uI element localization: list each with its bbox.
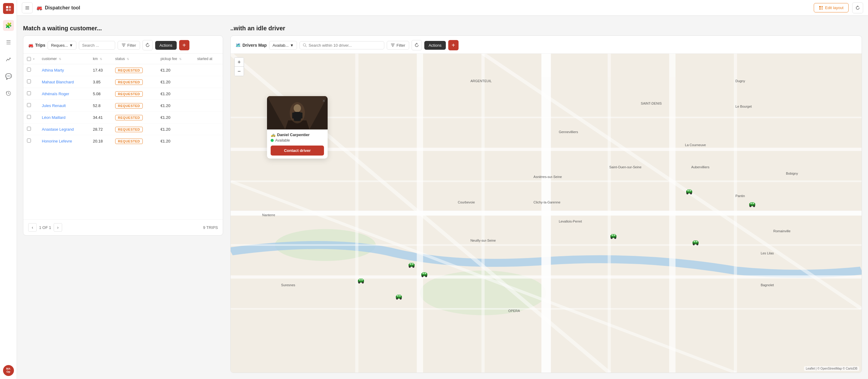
row-checkbox-cell	[23, 100, 38, 112]
svg-rect-43	[361, 279, 363, 281]
th-started-at[interactable]: started at	[194, 54, 223, 64]
row-status: REQUESTED	[112, 100, 157, 112]
map-car[interactable]	[609, 232, 618, 241]
table-row: Athina Marty 17.43 REQUESTED €1.20	[23, 64, 223, 76]
table-row: Léon Maillard 34.41 REQUESTED €1.20	[23, 112, 223, 123]
sidebar-logo[interactable]	[3, 3, 14, 14]
row-status: REQUESTED	[112, 135, 157, 147]
map-label: SAINT-DENIS	[641, 101, 661, 105]
customer-link[interactable]: Honorine Lefevre	[42, 139, 72, 143]
zoom-in-button[interactable]: +	[235, 58, 244, 67]
topbar-refresh-button[interactable]	[852, 2, 863, 13]
sidebar-item-history[interactable]	[3, 88, 14, 99]
sort-icon: ▾	[33, 57, 35, 61]
svg-rect-51	[412, 263, 413, 265]
svg-rect-1	[9, 6, 11, 8]
select-all-checkbox[interactable]	[27, 57, 31, 61]
svg-rect-59	[425, 272, 426, 274]
sidebar-item-chart[interactable]	[3, 54, 14, 65]
chevron-down-icon: ▼	[69, 43, 73, 48]
row-checkbox[interactable]	[27, 68, 31, 71]
th-customer[interactable]: customer ⇅	[38, 54, 89, 64]
topbar: 🚒 Dispatcher tool Edit layout	[17, 0, 868, 16]
sidebar-avatar[interactable]: MAOp	[3, 365, 14, 376]
map-label: Nanterre	[262, 213, 275, 217]
page-nav: ‹ 1 OF 1 ›	[28, 223, 62, 232]
trips-label: Trips	[35, 43, 45, 48]
trips-emoji: 🚒	[28, 43, 33, 48]
map-car[interactable]	[407, 261, 416, 269]
svg-point-21	[275, 229, 376, 261]
driver-popup-image	[267, 96, 328, 129]
drivers-search-input[interactable]	[309, 43, 381, 48]
row-km: 34.41	[89, 112, 112, 123]
sidebar-item-list[interactable]: ☰	[3, 37, 14, 48]
svg-rect-74	[612, 234, 613, 236]
topbar-title-text: Dispatcher tool	[45, 5, 80, 10]
customer-link[interactable]: Athina Marty	[42, 68, 64, 72]
trips-panel: 🚒 Trips Reques... ▼ Filte	[23, 35, 223, 236]
row-checkbox[interactable]	[27, 103, 31, 107]
driver-popup: ×	[267, 96, 328, 158]
customer-link[interactable]: Athénaïs Roger	[42, 92, 69, 96]
map-car[interactable]	[395, 293, 403, 301]
trips-refresh-button[interactable]	[143, 40, 153, 50]
drivers-dropdown-label: Availab...	[273, 43, 288, 48]
trips-label-group: 🚒 Trips	[28, 43, 45, 48]
customer-link[interactable]: Mahaut Blanchard	[42, 80, 74, 84]
row-customer: Honorine Lefevre	[38, 135, 89, 147]
trips-search-input[interactable]	[79, 41, 115, 50]
contact-driver-button[interactable]: Contact driver	[271, 146, 324, 155]
trips-filter-button[interactable]: Filter	[118, 41, 140, 50]
next-page-button[interactable]: ›	[54, 223, 62, 232]
svg-point-108	[294, 104, 301, 112]
map-car[interactable]	[357, 277, 365, 285]
row-checkbox[interactable]	[27, 139, 31, 143]
edit-layout-button[interactable]: Edit layout	[814, 3, 848, 12]
trips-add-button[interactable]: +	[179, 40, 189, 50]
row-pickup-fee: €1.20	[157, 64, 194, 76]
th-pickup-fee[interactable]: pickup fee ⇅	[157, 54, 194, 64]
svg-point-103	[697, 244, 698, 245]
map-car[interactable]	[691, 239, 700, 247]
map-car[interactable]	[420, 270, 429, 279]
th-km[interactable]: km ⇅	[89, 54, 112, 64]
map-car[interactable]	[748, 200, 756, 209]
sidebar-toggle-button[interactable]	[22, 2, 33, 13]
svg-line-31	[230, 181, 736, 373]
zoom-out-button[interactable]: −	[235, 67, 244, 76]
trips-actions-button[interactable]: Actions	[155, 41, 177, 50]
svg-point-62	[422, 276, 423, 277]
drivers-map-label: Drivers Map	[243, 43, 267, 48]
drivers-actions-button[interactable]: Actions	[424, 41, 446, 50]
map-label: Saint-Ouen-sur-Seine	[609, 165, 641, 169]
customer-link[interactable]: Anastase Legrand	[42, 127, 74, 132]
svg-rect-0	[6, 6, 8, 8]
row-checkbox[interactable]	[27, 91, 31, 95]
sidebar-item-puzzle[interactable]: 🧩	[3, 20, 14, 31]
svg-point-70	[397, 298, 398, 299]
row-pickup-fee: €1.20	[157, 112, 194, 123]
map-emoji: 🗺️	[236, 43, 241, 48]
row-status: REQUESTED	[112, 88, 157, 100]
map-car[interactable]	[685, 188, 693, 196]
drivers-filter-button[interactable]: Filter	[387, 41, 409, 50]
svg-rect-109	[294, 112, 301, 121]
row-checkbox[interactable]	[27, 80, 31, 83]
th-status[interactable]: status ⇅	[112, 54, 157, 64]
customer-link[interactable]: Léon Maillard	[42, 115, 65, 120]
drivers-add-button[interactable]: +	[448, 40, 459, 50]
table-row: Athénaïs Roger 5.08 REQUESTED €1.20	[23, 88, 223, 100]
driver-popup-close-button[interactable]: ×	[322, 98, 325, 104]
drivers-refresh-button[interactable]	[411, 40, 422, 50]
row-checkbox[interactable]	[27, 115, 31, 119]
map-label: Suresnes	[281, 283, 295, 287]
drivers-filter-dropdown[interactable]: Availab... ▼	[269, 41, 297, 50]
map-label: Le Bourget	[736, 105, 752, 108]
svg-point-46	[359, 282, 360, 283]
sidebar-item-chat[interactable]: 💬	[3, 71, 14, 82]
customer-link[interactable]: Jules Renault	[42, 104, 66, 108]
trips-filter-dropdown[interactable]: Reques... ▼	[48, 41, 76, 50]
prev-page-button[interactable]: ‹	[28, 223, 37, 232]
row-checkbox[interactable]	[27, 127, 31, 131]
